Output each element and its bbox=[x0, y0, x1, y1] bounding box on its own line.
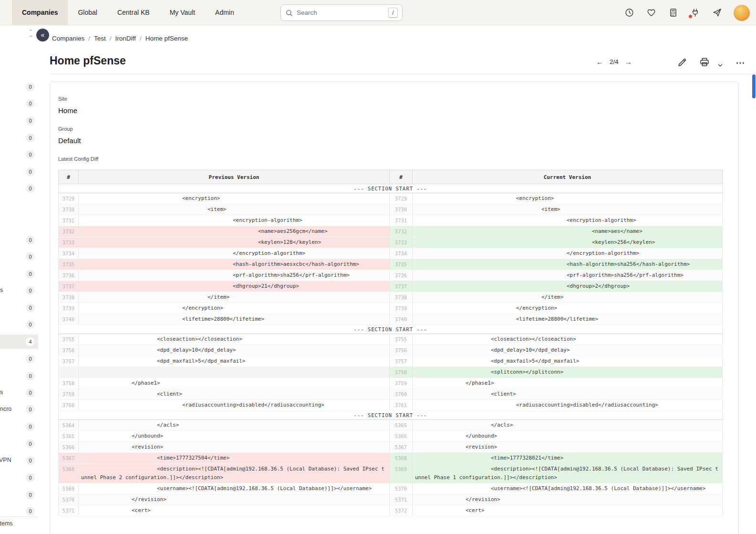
cur-line-code: <radiusaccounting>disabled</radiusaccoun… bbox=[413, 400, 723, 411]
cur-line-number: 3738 bbox=[390, 292, 413, 303]
sidebar-item[interactable]: 0 bbox=[0, 80, 38, 94]
edit-button[interactable] bbox=[677, 57, 687, 70]
cur-line-number: 5365 bbox=[390, 420, 413, 431]
diff-row: 3755 <closeaction></closeaction>3755 <cl… bbox=[59, 334, 723, 345]
prev-record-button[interactable]: ← bbox=[596, 58, 603, 66]
previous-version-header: Previous Version bbox=[79, 170, 390, 184]
sidebar-item[interactable]: 0 bbox=[0, 504, 38, 518]
print-button[interactable] bbox=[699, 57, 710, 69]
sidebar-item[interactable]: 0 bbox=[0, 369, 38, 383]
sidebar-item[interactable]: 0 bbox=[0, 386, 38, 400]
sidebar-item[interactable]: 0 bbox=[0, 147, 38, 162]
count-badge: 0 bbox=[26, 304, 35, 312]
sidebar-item[interactable]: 0 bbox=[0, 165, 38, 179]
breadcrumb-test[interactable]: Test bbox=[94, 35, 106, 42]
cur-line-code: </encryption> bbox=[413, 303, 723, 314]
count-badge: 0 bbox=[26, 99, 35, 108]
sidebar-item[interactable]: 0 bbox=[0, 301, 38, 315]
sidebar-item[interactable]: 0 bbox=[0, 419, 38, 434]
share-button[interactable] bbox=[712, 8, 722, 18]
vertical-scrollbar[interactable] bbox=[752, 74, 756, 98]
prev-line-code: <revision> bbox=[79, 442, 390, 453]
prev-line-number: 5368 bbox=[59, 464, 79, 483]
cur-line-number: 3740 bbox=[390, 314, 413, 325]
global-search[interactable]: / bbox=[280, 4, 403, 21]
cur-line-code: <dpd_maxfail>5</dpd_maxfail> bbox=[413, 356, 723, 367]
sidebar-item[interactable]: 0 bbox=[0, 250, 38, 264]
topbar-icons bbox=[624, 0, 750, 25]
sidebar-collapse-button[interactable]: « bbox=[36, 29, 49, 42]
count-badge: 0 bbox=[26, 372, 35, 380]
sort-toggle[interactable]: ⌃⌄ bbox=[29, 30, 33, 37]
cur-line-number: 5367 bbox=[390, 442, 413, 453]
site-field-value: Home bbox=[58, 106, 77, 115]
sidebar-item[interactable]: 0 bbox=[0, 114, 38, 128]
prev-line-code: </acls> bbox=[79, 420, 390, 431]
diff-row: 3731 <encryption-algorithm>3731 <encrypt… bbox=[59, 215, 723, 226]
ellipsis-icon bbox=[735, 58, 746, 68]
sidebar-item[interactable]: 0 bbox=[0, 233, 38, 247]
calculator-button[interactable] bbox=[668, 8, 678, 18]
sidebar-item-label[interactable]: s bbox=[0, 389, 3, 396]
prev-line-code: <encryption> bbox=[79, 193, 390, 204]
cur-line-number: 3755 bbox=[390, 334, 413, 345]
sidebar-item-label[interactable]: Items bbox=[0, 520, 13, 527]
prev-line-number: 3730 bbox=[59, 204, 79, 215]
tab-my-vault[interactable]: My Vault bbox=[160, 0, 205, 25]
history-button[interactable] bbox=[624, 8, 634, 18]
tab-companies[interactable]: Companies bbox=[12, 0, 68, 25]
breadcrumb: Companies/Test/IronDiff/Home pfSense bbox=[52, 35, 188, 42]
sidebar-item[interactable]: 0 bbox=[0, 267, 38, 281]
user-avatar[interactable] bbox=[734, 5, 750, 21]
search-input[interactable] bbox=[297, 9, 384, 16]
more-options-button[interactable] bbox=[735, 58, 746, 70]
clock-icon bbox=[624, 8, 634, 18]
breadcrumb-companies[interactable]: Companies bbox=[52, 35, 84, 42]
count-badge: 4 bbox=[26, 337, 35, 346]
prev-line-number: 3759 bbox=[59, 389, 79, 400]
count-badge: 0 bbox=[26, 270, 35, 278]
next-record-button[interactable]: → bbox=[625, 58, 632, 66]
diff-row: 3758 </phase1>3759 </phase1> bbox=[59, 378, 723, 389]
integrations-button[interactable] bbox=[690, 8, 700, 18]
prev-line-code: </revision> bbox=[79, 494, 390, 505]
sidebar-item[interactable]: 0 bbox=[0, 488, 38, 502]
sidebar-item-label[interactable]: s bbox=[0, 287, 3, 293]
print-dropdown-button[interactable] bbox=[717, 62, 724, 71]
count-badge: 0 bbox=[26, 116, 35, 125]
cur-line-number: 3757 bbox=[390, 356, 413, 367]
prev-line-code: <description><![CDATA[admin@192.168.36.5… bbox=[79, 464, 390, 483]
breadcrumb-separator: / bbox=[110, 35, 112, 42]
sidebar-item[interactable]: 0 bbox=[0, 181, 38, 196]
sidebar-item[interactable]: 0 bbox=[0, 283, 38, 298]
cur-line-number: 3739 bbox=[390, 303, 413, 314]
prev-line-number: 3738 bbox=[59, 292, 79, 303]
favorites-button[interactable] bbox=[646, 8, 656, 18]
sidebar-item-label[interactable]: VPN bbox=[0, 457, 11, 463]
diff-row: 5365 </unbound>5366 </unbound> bbox=[59, 431, 723, 442]
cur-line-number: 3733 bbox=[390, 237, 413, 248]
tab-admin[interactable]: Admin bbox=[205, 0, 244, 25]
diff-row: 3757 <dpd_maxfail>5</dpd_maxfail>3757 <d… bbox=[59, 356, 723, 367]
prev-line-code: <prf-algorithm>sha256</prf-algorithm> bbox=[79, 270, 390, 281]
count-badge: 0 bbox=[26, 422, 35, 431]
sidebar-item[interactable]: 0 bbox=[0, 437, 38, 451]
tab-central-kb[interactable]: Central KB bbox=[107, 0, 160, 25]
sidebar-item[interactable]: 0 bbox=[0, 131, 38, 145]
tab-global[interactable]: Global bbox=[68, 0, 107, 25]
cur-line-number: 3759 bbox=[390, 378, 413, 389]
group-field-value: Default bbox=[58, 136, 81, 145]
sidebar-item[interactable]: 0 bbox=[0, 96, 38, 111]
breadcrumb-irondiff[interactable]: IronDiff bbox=[115, 35, 136, 42]
diff-row: 3759 <client>3760 <client> bbox=[59, 389, 723, 400]
cur-line-code: <revision> bbox=[413, 442, 723, 453]
sidebar-item-label[interactable]: ncro bbox=[0, 406, 11, 412]
sidebar-item[interactable]: 0 bbox=[0, 471, 38, 485]
config-diff-label: Latest Config Diff bbox=[58, 156, 98, 162]
diff-row: 3736 <prf-algorithm>sha256</prf-algorith… bbox=[59, 270, 723, 281]
sidebar-item[interactable]: 0 bbox=[0, 317, 38, 332]
search-shortcut-key: / bbox=[388, 8, 398, 18]
sidebar-item-active[interactable]: 4 bbox=[0, 335, 38, 349]
prev-line-code: <radiusaccounting>disabled</radiusaccoun… bbox=[79, 400, 390, 411]
sidebar-item[interactable]: 0 bbox=[0, 352, 38, 366]
